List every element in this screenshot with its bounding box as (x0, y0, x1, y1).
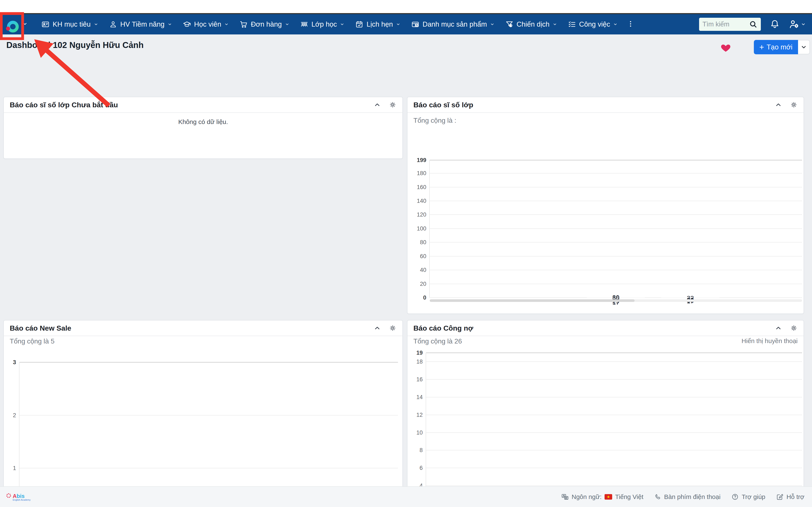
gridline (430, 201, 802, 201)
create-new-label: Tạo mới (767, 43, 793, 51)
list-check-icon (568, 20, 576, 28)
support-label: Hỗ trợ (786, 493, 804, 500)
user-menu-chevron-icon (801, 22, 806, 26)
question-circle-icon (731, 493, 739, 500)
create-new-dropdown-button[interactable] (798, 40, 810, 54)
gridline (426, 415, 802, 415)
collapse-chevron-icon[interactable] (775, 101, 782, 108)
footer-brand[interactable]: Abis English Academy (6, 493, 31, 501)
gridline (426, 379, 802, 380)
nav-item-id-card[interactable]: KH mục tiêu (36, 14, 104, 35)
nav-item-label: KH mục tiêu (53, 20, 91, 28)
gridline (19, 362, 398, 363)
gridline (426, 450, 802, 450)
y-tick-label: 100 (417, 225, 426, 232)
nav-item-graduation-cap[interactable]: Học viên (177, 14, 234, 35)
panel-header: Báo cáo New Sale (4, 321, 402, 336)
nav-item-person[interactable]: HV Tiềm năng (104, 14, 177, 35)
nav-item-label: Chiến dịch (517, 20, 550, 28)
panel-header: Báo cáo sĩ số lớp Chưa bắt đầu (4, 97, 402, 113)
show-legend-link[interactable]: Hiển thị huyền thoại (742, 337, 798, 345)
gridline (430, 214, 802, 215)
translate-icon (561, 493, 569, 500)
y-tick-label: 0 (423, 294, 426, 301)
y-tick-label: 80 (420, 239, 426, 246)
chevron-down-icon (396, 22, 400, 26)
notifications-bell-icon[interactable] (770, 19, 780, 30)
gridline (426, 397, 802, 397)
search-input[interactable] (703, 20, 749, 28)
bar-segment-emerald[interactable]: 32 (661, 293, 719, 294)
kebab-icon (627, 20, 635, 29)
create-caret-chevron-icon (801, 44, 807, 50)
chevron-down-icon (224, 22, 229, 26)
bar-segment-green[interactable]: 30 (587, 293, 645, 293)
panel-cong-no: Báo cáo Công nợ Tổng cộng là 26 Hiển thị… (407, 320, 804, 507)
collapse-chevron-icon[interactable] (374, 101, 381, 108)
gridline (426, 486, 802, 486)
nav-item-label: HV Tiềm năng (120, 20, 164, 28)
stacked-bar-chart-new-sale: 123 (19, 362, 398, 507)
collapse-chevron-icon[interactable] (374, 325, 381, 332)
nav-item-list-check[interactable]: Công việc (562, 14, 623, 35)
help-link[interactable]: Trợ giúp (731, 493, 765, 500)
y-tick-label: 18 (416, 358, 423, 365)
person-icon (109, 20, 117, 28)
browser-top-strip (0, 0, 812, 13)
app-logo-menu[interactable] (5, 14, 28, 34)
panel-settings-gear-icon[interactable] (790, 324, 798, 332)
graduation-cap-icon (183, 20, 191, 28)
bar-segment-darkTeal[interactable] (587, 292, 645, 293)
y-tick-label: 20 (420, 281, 426, 287)
panel-settings-gear-icon[interactable] (389, 324, 397, 332)
create-new-button[interactable]: + Tạo mới (754, 40, 798, 54)
y-tick-label: 60 (420, 253, 426, 260)
user-gear-icon (789, 19, 800, 30)
y-tick-label: 40 (420, 267, 426, 273)
nav-item-cart[interactable]: Đơn hàng (234, 14, 295, 35)
gridline (430, 284, 802, 284)
phone-keypad-link[interactable]: Bàn phím điện thoại (654, 493, 721, 500)
panel-settings-gear-icon[interactable] (389, 101, 397, 109)
vietnam-flag-icon: ★ (605, 494, 612, 500)
chevron-down-icon (490, 22, 494, 26)
language-selector[interactable]: Ngôn ngữ: ★ Tiếng Việt (561, 493, 643, 500)
nav-item-calendar-check[interactable]: Lịch hẹn (350, 14, 406, 35)
nav-item-group[interactable]: Lớp học (295, 14, 350, 35)
chevron-down-icon (285, 22, 289, 26)
chart-total-text: Tổng cộng là 5 (10, 337, 55, 345)
y-tick-label: 2 (13, 412, 16, 418)
stacked-bar-chart-si-so-lop: 0204060801001201401601801991729553017563… (430, 160, 802, 298)
create-new-split-button: + Tạo mới (754, 40, 810, 54)
abis-logo-icon (6, 493, 11, 498)
stacked-bar: 17563232 (661, 293, 719, 298)
screen: KH mục tiêuHV Tiềm năngHọc viênĐơn hàngL… (0, 0, 812, 507)
panel-new-sale: Báo cáo New Sale Tổng cộng là 5 123 (3, 320, 403, 507)
chart-horizontal-scrollbar[interactable] (430, 299, 802, 302)
gridline (430, 256, 802, 257)
user-settings-menu[interactable] (789, 19, 806, 30)
nav-item-funnel-dollar[interactable]: Chiến dịch (500, 14, 562, 35)
support-link[interactable]: Hỗ trợ (776, 493, 804, 500)
favorite-heart-button[interactable] (721, 43, 731, 53)
collapse-chevron-icon[interactable] (775, 325, 782, 332)
gridline (430, 160, 802, 161)
panel-settings-gear-icon[interactable] (790, 101, 798, 109)
nav-item-label: Lịch hẹn (366, 20, 393, 28)
y-axis-line (429, 160, 430, 298)
top-navbar: KH mục tiêuHV Tiềm năngHọc viênĐơn hàngL… (0, 13, 812, 35)
gridline (430, 228, 802, 229)
chevron-down-icon (168, 22, 172, 26)
panel-si-so-lop-chua-bat-dau: Báo cáo sĩ số lớp Chưa bắt đầu Không có … (3, 97, 403, 159)
phone-icon (654, 494, 661, 500)
language-value: Tiếng Việt (615, 493, 643, 500)
brand-logo-icon (5, 14, 20, 34)
gridline (426, 361, 802, 362)
nav-item-product-box[interactable]: Danh mục sản phẩm (406, 14, 500, 35)
gridline (430, 187, 802, 187)
scrollbar-thumb[interactable] (430, 299, 635, 302)
nav-more-button[interactable] (623, 20, 638, 29)
gridline (430, 270, 802, 270)
search-icon[interactable] (749, 20, 757, 29)
panel-title: Báo cáo New Sale (10, 324, 71, 332)
